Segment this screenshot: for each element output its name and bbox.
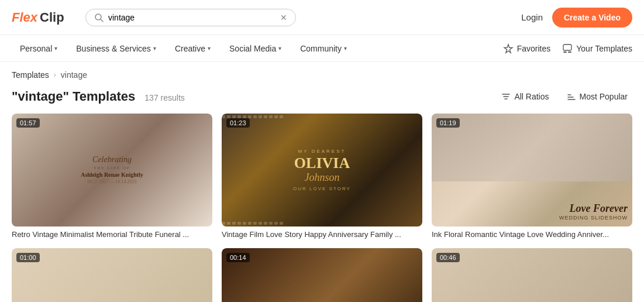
search-icon <box>94 13 104 22</box>
duration-badge: 00:46 <box>436 253 460 262</box>
breadcrumb-current: vintage <box>61 70 87 80</box>
search-term: "vintage" <box>12 89 69 104</box>
nav-item-community[interactable]: Community ▾ <box>292 39 355 58</box>
logo-flex: Flex <box>12 10 37 25</box>
templates-word: Templates <box>73 89 135 104</box>
search-input[interactable] <box>108 13 275 22</box>
template-thumbnail: 00:46 <box>432 248 632 302</box>
header: FlexClip ✕ Login Create a Video <box>0 0 644 35</box>
duration-badge: 01:57 <box>16 118 40 128</box>
duration-badge: 01:19 <box>436 118 460 128</box>
nav-label-personal: Personal <box>20 44 52 53</box>
breadcrumb: Templates › vintage <box>0 62 644 84</box>
sort-icon <box>567 92 576 101</box>
svg-rect-3 <box>563 52 567 53</box>
clear-search-icon[interactable]: ✕ <box>280 13 287 22</box>
nav-label-social: Social Media <box>229 44 276 53</box>
chevron-down-icon: ▾ <box>344 45 347 52</box>
templates-grid: Celebrating THE LIFE OF Ashleigh Renae K… <box>0 114 644 302</box>
your-templates-label: Your Templates <box>576 44 632 53</box>
most-popular-label: Most Popular <box>580 92 628 101</box>
page-title-section: "vintage" Templates 137 results All Rati… <box>0 84 644 114</box>
template-thumbnail: Love Forever Wedding Slideshow 01:19 <box>432 114 632 227</box>
svg-rect-4 <box>568 52 571 53</box>
filter-icon <box>501 92 511 101</box>
nav-label-business: Business & Services <box>76 44 151 53</box>
duration-badge: 01:23 <box>226 118 250 128</box>
page-title: "vintage" Templates 137 results <box>12 89 185 104</box>
logo-clip: Clip <box>40 10 64 25</box>
nav-item-personal[interactable]: Personal ▾ <box>12 39 66 58</box>
favorites-label: Favorites <box>517 44 551 53</box>
template-card[interactable]: 00:46 Vintage Template 6 <box>432 248 632 302</box>
chevron-down-icon: ▾ <box>54 45 57 52</box>
create-video-button[interactable]: Create a Video <box>552 8 632 28</box>
svg-line-1 <box>101 19 103 22</box>
filter-section: All Ratios Most Popular <box>497 90 632 104</box>
all-ratios-label: All Ratios <box>514 92 549 101</box>
results-count: 137 results <box>144 93 184 102</box>
nav-label-creative: Creative <box>175 44 205 53</box>
header-right: Login Create a Video <box>521 8 632 28</box>
nav-item-social[interactable]: Social Media ▾ <box>221 39 290 58</box>
template-title: Vintage Film Love Story Happy Anniversar… <box>222 230 422 239</box>
logo[interactable]: FlexClip <box>12 10 76 25</box>
template-icon <box>562 43 573 54</box>
template-card[interactable]: 00:14 Vintage Template 5 <box>222 248 422 302</box>
most-popular-filter[interactable]: Most Popular <box>562 90 632 104</box>
nav-label-community: Community <box>300 44 342 53</box>
login-button[interactable]: Login <box>521 12 543 22</box>
template-title: Ink Floral Romantic Vintage Love Wedding… <box>432 230 632 239</box>
template-thumbnail: 01:00 <box>12 248 212 302</box>
breadcrumb-separator: › <box>54 71 56 79</box>
favorites-button[interactable]: Favorites <box>503 43 551 54</box>
svg-rect-2 <box>563 44 571 50</box>
chevron-down-icon: ▾ <box>278 45 281 52</box>
navigation: Personal ▾ Business & Services ▾ Creativ… <box>0 35 644 62</box>
chevron-down-icon: ▾ <box>153 45 156 52</box>
template-card[interactable]: 01:00 Vintage Template 4 <box>12 248 212 302</box>
duration-badge: 00:14 <box>226 253 250 262</box>
star-icon <box>503 43 514 54</box>
duration-badge: 01:00 <box>16 253 40 262</box>
template-thumbnail: 00:14 <box>222 248 422 302</box>
all-ratios-filter[interactable]: All Ratios <box>497 90 553 104</box>
template-title: Retro Vintage Minimalist Memorial Tribut… <box>12 230 212 239</box>
template-thumbnail: Celebrating THE LIFE OF Ashleigh Renae K… <box>12 114 212 227</box>
template-card[interactable]: Celebrating THE LIFE OF Ashleigh Renae K… <box>12 114 212 239</box>
chevron-down-icon: ▾ <box>208 45 211 52</box>
nav-item-creative[interactable]: Creative ▾ <box>167 39 219 58</box>
breadcrumb-templates-link[interactable]: Templates <box>12 70 49 80</box>
nav-item-business[interactable]: Business & Services ▾ <box>68 39 164 58</box>
your-templates-button[interactable]: Your Templates <box>562 43 632 54</box>
template-thumbnail: MY DEAREST OLIVIA Johnson OUR LOVE STORY… <box>222 114 422 227</box>
search-bar: ✕ <box>85 9 296 26</box>
nav-right: Favorites Your Templates <box>503 43 632 54</box>
template-card[interactable]: MY DEAREST OLIVIA Johnson OUR LOVE STORY… <box>222 114 422 239</box>
template-card[interactable]: Love Forever Wedding Slideshow 01:19 Ink… <box>432 114 632 239</box>
